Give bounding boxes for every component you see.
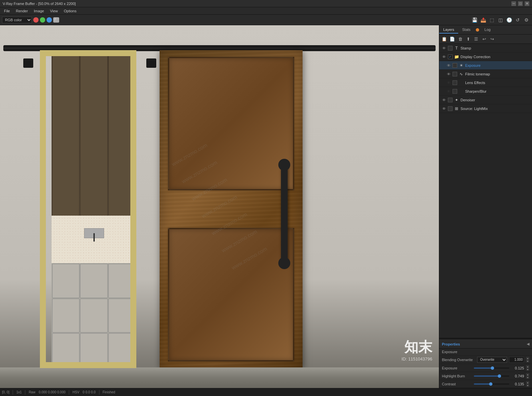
menu-file[interactable]: File bbox=[1, 8, 13, 14]
layer-eye-exposure[interactable]: 👁 bbox=[446, 63, 451, 68]
prop-blending-value[interactable] bbox=[509, 357, 524, 363]
green-channel-dot[interactable] bbox=[40, 17, 45, 23]
layer-add-button[interactable]: 📋 bbox=[441, 36, 448, 43]
layer-eye-filmic[interactable]: 👁 bbox=[446, 71, 451, 77]
layer-eye-display[interactable]: 👁 bbox=[441, 54, 447, 59]
door-handle bbox=[281, 161, 288, 266]
layer-check-filmic[interactable] bbox=[453, 72, 457, 76]
viewport[interactable]: www.znzmo.comwww.znzmo.comwww.znzmo.comw… bbox=[0, 25, 439, 388]
layer-check-denoiser[interactable] bbox=[448, 98, 453, 102]
blue-channel-dot[interactable] bbox=[47, 17, 52, 23]
slider-exposure-track[interactable] bbox=[474, 367, 509, 369]
slider-highlight-value: 0.749 bbox=[511, 374, 524, 378]
lower-panel-8 bbox=[80, 333, 107, 367]
cabinet-panel-3 bbox=[108, 51, 136, 224]
color-mode-dropdown[interactable]: RGB color bbox=[2, 17, 32, 23]
layer-delete-button[interactable]: 🗑 bbox=[457, 36, 464, 43]
menu-options[interactable]: Options bbox=[61, 8, 79, 14]
layer-check-sharpen[interactable] bbox=[453, 89, 457, 94]
window-controls[interactable]: ─ □ ✕ bbox=[511, 1, 529, 6]
layer-undo-button[interactable]: ↩ bbox=[480, 36, 488, 43]
layer-check-lens[interactable] bbox=[453, 80, 457, 85]
slider-contrast-up[interactable]: ▲ bbox=[526, 381, 529, 384]
kitchen-faucet bbox=[93, 233, 95, 242]
door-handle-top-cap bbox=[278, 159, 290, 171]
layer-filmic[interactable]: 👁 ∿ Filmic tonemap bbox=[439, 70, 532, 78]
layer-display-correction[interactable]: 👁 ✓ 📁 Display Correction bbox=[439, 52, 532, 61]
layer-name-denoiser: Denoiser bbox=[461, 98, 530, 102]
compare-icon-btn[interactable]: ◫ bbox=[497, 16, 504, 24]
slider-exposure-spin[interactable]: ▲ ▼ bbox=[526, 365, 529, 371]
layer-eye-denoiser[interactable]: 👁 bbox=[441, 97, 447, 103]
lower-panel-3 bbox=[108, 264, 136, 298]
close-button[interactable]: ✕ bbox=[525, 1, 529, 6]
layer-eye-stamp[interactable]: 👁 bbox=[441, 46, 447, 51]
slider-highlight-spin[interactable]: ▲ ▼ bbox=[526, 373, 529, 379]
slider-exposure-row: Exposure 0.125 ▲ ▼ bbox=[439, 364, 532, 372]
layer-check-exposure[interactable] bbox=[453, 63, 457, 68]
export-icon-btn[interactable]: 📤 bbox=[479, 16, 487, 24]
slider-contrast-spin[interactable]: ▲ ▼ bbox=[526, 381, 529, 387]
slider-contrast-thumb[interactable] bbox=[489, 382, 492, 386]
slider-exposure-fill bbox=[474, 367, 492, 369]
layer-lens[interactable]: 👁 Lens Effects bbox=[439, 78, 532, 87]
slider-highlight-track[interactable] bbox=[474, 375, 509, 377]
kitchen-interior bbox=[52, 50, 136, 368]
prop-blending-down[interactable]: ▼ bbox=[526, 360, 529, 362]
settings-icon-btn[interactable]: ⚙ bbox=[523, 16, 530, 24]
layer-check-display[interactable]: ✓ bbox=[448, 54, 453, 59]
tab-stats[interactable]: Stats bbox=[458, 26, 474, 34]
cabinet-panel-2 bbox=[80, 51, 107, 224]
minimize-button[interactable]: ─ bbox=[511, 1, 516, 6]
white-channel-dot[interactable]: ↺ bbox=[53, 17, 59, 23]
layer-eye-lightmix[interactable]: 👁 bbox=[441, 106, 447, 111]
slider-exposure-value: 0.125 bbox=[511, 366, 524, 370]
slider-exposure-thumb[interactable] bbox=[491, 366, 494, 370]
save-icon-btn[interactable]: 💾 bbox=[471, 16, 478, 24]
prop-blending-up[interactable]: ▲ bbox=[526, 357, 529, 359]
menu-render[interactable]: Render bbox=[13, 8, 31, 14]
layer-exposure[interactable]: 👁 ☀ Exposure bbox=[439, 61, 532, 70]
history-icon-btn[interactable]: 🕐 bbox=[505, 16, 513, 24]
layer-check-lightmix[interactable] bbox=[448, 106, 453, 111]
layer-move-up-button[interactable]: ⬆ bbox=[465, 36, 472, 43]
slider-highlight-thumb[interactable] bbox=[498, 374, 501, 378]
prop-section-exposure: Exposure bbox=[439, 348, 532, 355]
select-icon-btn[interactable]: ⬚ bbox=[488, 16, 495, 24]
menu-image[interactable]: Image bbox=[31, 8, 47, 14]
prop-blending-spin[interactable]: ▲ ▼ bbox=[526, 357, 529, 362]
layers-panel: 👁 T Stamp 👁 ✓ 📁 Display Correction 👁 ☀ E… bbox=[439, 44, 532, 338]
layer-icon-denoiser: ✦ bbox=[454, 97, 459, 103]
lower-panel-2 bbox=[80, 264, 107, 298]
red-channel-dot[interactable] bbox=[33, 17, 39, 23]
layer-icon-lightmix: ⊞ bbox=[454, 106, 459, 111]
layer-name-lens: Lens Effects bbox=[465, 81, 530, 85]
layer-denoiser[interactable]: 👁 ✦ Denoiser bbox=[439, 96, 532, 104]
slider-contrast-value: 0.135 bbox=[511, 382, 524, 386]
status-mode[interactable]: HSV bbox=[72, 390, 79, 394]
tab-layers[interactable]: Layers bbox=[439, 26, 458, 34]
slider-contrast-track[interactable] bbox=[474, 383, 509, 385]
layer-eye-lens: 👁 bbox=[446, 80, 451, 85]
layer-redo-button[interactable]: ↪ bbox=[488, 36, 496, 43]
maximize-button[interactable]: □ bbox=[518, 1, 523, 6]
properties-collapse-btn[interactable]: ◀ bbox=[527, 342, 529, 346]
status-zoom[interactable]: 1x1 bbox=[16, 390, 22, 394]
layer-stamp[interactable]: 👁 T Stamp bbox=[439, 44, 532, 52]
layer-lightmix[interactable]: 👁 ⊞ Source: LightMix bbox=[439, 104, 532, 113]
slider-exposure-down[interactable]: ▼ bbox=[526, 368, 529, 371]
layer-check-stamp[interactable] bbox=[448, 46, 453, 50]
refresh-icon-btn[interactable]: ↺ bbox=[514, 16, 521, 24]
lower-panel-5 bbox=[80, 299, 107, 333]
slider-highlight-up[interactable]: ▲ bbox=[526, 373, 529, 376]
menu-view[interactable]: View bbox=[47, 8, 61, 14]
layer-sharpen[interactable]: 👁 Sharpen/Blur bbox=[439, 87, 532, 96]
slider-contrast-down[interactable]: ▼ bbox=[526, 384, 529, 387]
lower-panel-6 bbox=[108, 299, 136, 333]
layer-copy-button[interactable]: 📄 bbox=[449, 36, 456, 43]
tab-log[interactable]: Log bbox=[480, 26, 494, 34]
layer-settings-button[interactable]: ☰ bbox=[472, 36, 480, 43]
slider-highlight-down[interactable]: ▼ bbox=[526, 376, 529, 379]
slider-exposure-up[interactable]: ▲ bbox=[526, 365, 529, 368]
prop-blending-dropdown[interactable]: Overwrite bbox=[477, 357, 507, 363]
